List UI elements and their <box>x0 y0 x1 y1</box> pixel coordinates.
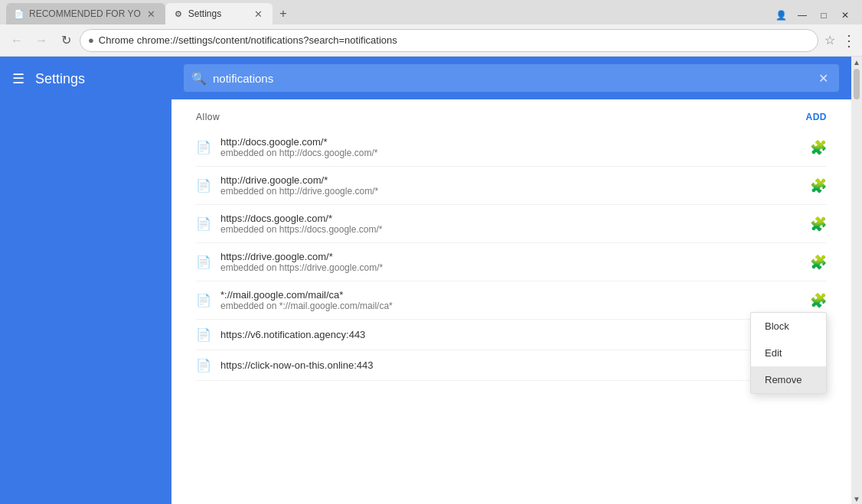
scroll-down-button[interactable]: ▼ <box>851 493 862 504</box>
search-icon: 🔍 <box>191 71 207 86</box>
tab-settings[interactable]: ⚙ Settings ✕ <box>165 3 273 24</box>
item-url: http://docs.google.com/* <box>220 136 801 148</box>
content-area: ☰ Settings 🔍 ✕ Allow ADD <box>0 57 862 504</box>
address-scheme: Chrome <box>99 34 134 46</box>
back-button[interactable]: ← <box>6 30 28 51</box>
puzzle-icon[interactable]: 🧩 <box>810 139 827 156</box>
settings-header: ☰ Settings <box>0 57 171 101</box>
scroll-thumb[interactable] <box>854 69 860 99</box>
puzzle-icon[interactable]: 🧩 <box>810 177 827 194</box>
browser-window: 📄 RECOMMENDED FOR YO ✕ ⚙ Settings ✕ + 👤 … <box>0 0 862 504</box>
allow-section: Allow ADD 📄 http://docs.google.com/* emb… <box>171 99 851 381</box>
tab-close-recommended[interactable]: ✕ <box>145 8 158 20</box>
allow-label: Allow <box>196 112 220 122</box>
tab-label-settings: Settings <box>188 8 248 19</box>
chrome-icon: ● <box>88 34 94 46</box>
address-bar[interactable]: ● Chrome chrome://settings/content/notif… <box>80 29 818 52</box>
settings-title: Settings <box>35 71 85 87</box>
document-icon: 📄 <box>196 293 211 307</box>
search-input[interactable] <box>213 72 808 85</box>
document-icon: 📄 <box>196 140 211 154</box>
context-menu-block[interactable]: Block <box>751 313 826 340</box>
hamburger-icon[interactable]: ☰ <box>12 70 24 87</box>
section-header: Allow ADD <box>196 112 827 122</box>
puzzle-icon-active[interactable]: 🧩 <box>810 292 827 309</box>
maximize-button[interactable]: □ <box>813 6 834 24</box>
bookmark-button[interactable]: ☆ <box>824 33 835 47</box>
address-url[interactable]: Chrome chrome://settings/content/notific… <box>99 34 810 46</box>
tab-close-settings[interactable]: ✕ <box>253 8 265 20</box>
tab-favicon-recommended: 📄 <box>14 8 24 19</box>
profile-button[interactable]: 👤 <box>770 6 792 24</box>
right-scrollbar: ▲ ▼ <box>851 57 862 504</box>
document-icon: 📄 <box>196 358 211 372</box>
item-text: *://mail.google.com/mail/ca* embedded on… <box>220 289 801 311</box>
document-icon: 📄 <box>196 255 211 269</box>
list-item: 📄 https://docs.google.com/* embedded on … <box>196 205 827 243</box>
puzzle-icon[interactable]: 🧩 <box>810 216 827 232</box>
settings-sidebar: ☰ Settings <box>0 57 171 504</box>
item-text: https://click-now-on-this.online:443 <box>220 359 827 371</box>
item-url: https://v6.notification.agency:443 <box>220 329 827 340</box>
title-bar: 📄 RECOMMENDED FOR YO ✕ ⚙ Settings ✕ + 👤 … <box>0 0 862 24</box>
item-text: http://docs.google.com/* embedded on htt… <box>220 136 801 158</box>
panel-content: Allow ADD 📄 http://docs.google.com/* emb… <box>171 99 851 504</box>
item-embedded: embedded on *://mail.google.com/mail/ca* <box>220 301 801 311</box>
context-menu: Block Edit Remove <box>750 312 827 394</box>
list-item: 📄 https://drive.google.com/* embedded on… <box>196 243 827 281</box>
tab-label-recommended: RECOMMENDED FOR YO <box>29 8 141 19</box>
context-menu-remove[interactable]: Remove <box>751 366 826 393</box>
item-embedded: embedded on http://docs.google.com/* <box>220 148 801 158</box>
list-item: 📄 http://drive.google.com/* embedded on … <box>196 167 827 205</box>
document-icon: 📄 <box>196 216 211 231</box>
close-button[interactable]: ✕ <box>834 6 856 24</box>
item-url: https://click-now-on-this.online:443 <box>220 359 827 371</box>
new-tab-button[interactable]: + <box>273 3 294 24</box>
item-url: *://mail.google.com/mail/ca* <box>220 289 801 301</box>
settings-main: 🔍 ✕ Allow ADD 📄 <box>171 57 851 504</box>
item-embedded: embedded on https://docs.google.com/* <box>220 224 801 235</box>
navigation-bar: ← → ↻ ● Chrome chrome://settings/content… <box>0 24 862 57</box>
item-url: https://docs.google.com/* <box>220 213 801 224</box>
add-button[interactable]: ADD <box>806 112 828 122</box>
item-text: https://v6.notification.agency:443 <box>220 329 827 340</box>
list-item: 📄 http://docs.google.com/* embedded on h… <box>196 128 827 167</box>
scroll-up-button[interactable]: ▲ <box>851 57 862 67</box>
search-clear-button[interactable]: ✕ <box>815 70 831 86</box>
list-item: 📄 https://click-now-on-this.online:443 <box>196 350 827 381</box>
document-icon: 📄 <box>196 327 211 342</box>
item-text: https://drive.google.com/* embedded on h… <box>220 251 801 273</box>
window-controls: 👤 — □ ✕ <box>770 6 856 24</box>
tab-favicon-settings: ⚙ <box>173 8 184 19</box>
item-embedded: embedded on https://drive.google.com/* <box>220 262 801 273</box>
search-bar: 🔍 ✕ <box>184 64 839 92</box>
list-item-with-menu: 📄 *://mail.google.com/mail/ca* embedded … <box>196 281 827 320</box>
more-button[interactable]: ⋮ <box>841 31 856 50</box>
reload-button[interactable]: ↻ <box>55 30 77 51</box>
puzzle-icon[interactable]: 🧩 <box>810 254 827 271</box>
minimize-button[interactable]: — <box>792 6 813 24</box>
allow-list: 📄 http://docs.google.com/* embedded on h… <box>196 128 827 381</box>
search-bar-wrap: 🔍 ✕ <box>171 57 851 99</box>
item-text: https://docs.google.com/* embedded on ht… <box>220 213 801 235</box>
tab-recommended[interactable]: 📄 RECOMMENDED FOR YO ✕ <box>6 3 165 24</box>
forward-button[interactable]: → <box>31 30 52 51</box>
item-url: http://drive.google.com/* <box>220 174 801 186</box>
context-menu-edit[interactable]: Edit <box>751 340 826 366</box>
address-path: chrome://settings/content/notifications?… <box>137 34 397 46</box>
item-text: http://drive.google.com/* embedded on ht… <box>220 174 801 197</box>
list-item: 📄 https://v6.notification.agency:443 <box>196 320 827 350</box>
item-embedded: embedded on http://drive.google.com/* <box>220 186 801 197</box>
item-url: https://drive.google.com/* <box>220 251 801 262</box>
document-icon: 📄 <box>196 178 211 193</box>
